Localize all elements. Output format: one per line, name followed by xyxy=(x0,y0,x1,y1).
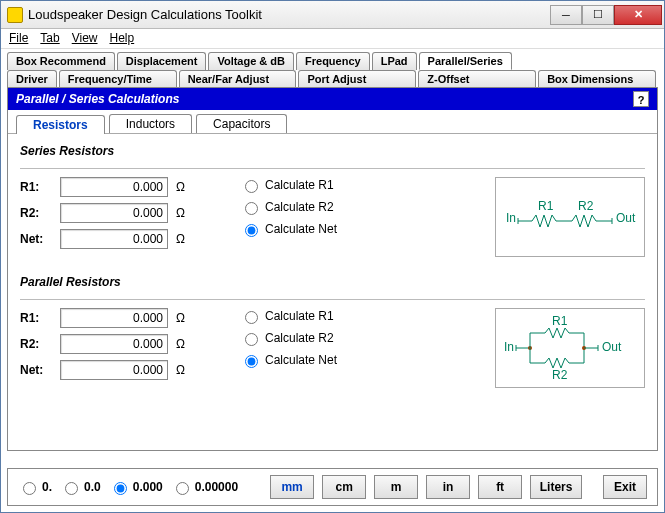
bottom-bar: 0. 0.0 0.000 0.00000 mm cm m in ft Liter… xyxy=(7,468,658,506)
series-calc-r1-label: Calculate R1 xyxy=(265,178,334,192)
precision-3-label: 0.00000 xyxy=(195,480,238,494)
app-window: Loudspeaker Design Calculations Toolkit … xyxy=(0,0,665,513)
unit-cm-button[interactable]: cm xyxy=(322,475,366,499)
series-calc-r2-label: Calculate R2 xyxy=(265,200,334,214)
diag-r2-label: R2 xyxy=(552,368,568,382)
tab-frequency-time[interactable]: Frequency/Time xyxy=(59,70,177,87)
parallel-r2-label: R2: xyxy=(20,337,52,351)
panel-banner: Parallel / Series Calculations ? xyxy=(8,88,657,110)
precision-1[interactable] xyxy=(65,482,78,495)
ohm-unit: Ω xyxy=(176,311,188,325)
series-r2-input[interactable] xyxy=(60,203,168,223)
close-button[interactable]: ✕ xyxy=(614,5,662,25)
maximize-button[interactable]: ☐ xyxy=(582,5,614,25)
ohm-unit: Ω xyxy=(176,232,188,246)
parallel-calc-r2-label: Calculate R2 xyxy=(265,331,334,345)
titlebar: Loudspeaker Design Calculations Toolkit … xyxy=(1,1,664,29)
tab-port-adjust[interactable]: Port Adjust xyxy=(298,70,416,87)
diag-out-label: Out xyxy=(616,211,636,225)
tab-lpad[interactable]: LPad xyxy=(372,52,417,70)
unit-in-button[interactable]: in xyxy=(426,475,470,499)
menubar: File Tab View Help xyxy=(1,29,664,49)
app-icon xyxy=(7,7,23,23)
minimize-button[interactable]: ─ xyxy=(550,5,582,25)
parallel-diagram: In R1 R2 xyxy=(495,308,645,388)
unit-ft-button[interactable]: ft xyxy=(478,475,522,499)
diag-in-label: In xyxy=(504,340,514,354)
ohm-unit: Ω xyxy=(176,363,188,377)
main-panel: Parallel / Series Calculations ? Resisto… xyxy=(7,87,658,451)
parallel-calc-r1-label: Calculate R1 xyxy=(265,309,334,323)
series-calc-r1-radio[interactable] xyxy=(245,180,258,193)
tab-displacement[interactable]: Displacement xyxy=(117,52,207,70)
precision-1-label: 0.0 xyxy=(84,480,101,494)
banner-title: Parallel / Series Calculations xyxy=(16,92,179,106)
divider xyxy=(20,299,645,300)
tab-frequency[interactable]: Frequency xyxy=(296,52,370,70)
tab-box-recommend[interactable]: Box Recommend xyxy=(7,52,115,70)
diag-in-label: In xyxy=(506,211,516,225)
precision-2[interactable] xyxy=(114,482,127,495)
precision-0[interactable] xyxy=(23,482,36,495)
parallel-calc-net-radio[interactable] xyxy=(245,355,258,368)
subtab-row: Resistors Inductors Capacitors xyxy=(8,110,657,134)
parallel-r2-input[interactable] xyxy=(60,334,168,354)
divider xyxy=(20,168,645,169)
parallel-net-label: Net: xyxy=(20,363,52,377)
parallel-net-input[interactable] xyxy=(60,360,168,380)
tab-box-dimensions[interactable]: Box Dimensions xyxy=(538,70,656,87)
ohm-unit: Ω xyxy=(176,180,188,194)
ohm-unit: Ω xyxy=(176,206,188,220)
parallel-title: Parallel Resistors xyxy=(20,275,645,289)
menu-view[interactable]: View xyxy=(72,31,98,46)
parallel-calc-r2-radio[interactable] xyxy=(245,333,258,346)
tab-voltage-db[interactable]: Voltage & dB xyxy=(208,52,294,70)
tab-row-1: Box Recommend Displacement Voltage & dB … xyxy=(7,52,658,70)
series-calc-net-label: Calculate Net xyxy=(265,222,337,236)
series-r2-label: R2: xyxy=(20,206,52,220)
diag-r2-label: R2 xyxy=(578,199,594,213)
precision-2-label: 0.000 xyxy=(133,480,163,494)
menu-help[interactable]: Help xyxy=(110,31,135,46)
series-calc-r2-radio[interactable] xyxy=(245,202,258,215)
precision-3[interactable] xyxy=(176,482,189,495)
precision-0-label: 0. xyxy=(42,480,52,494)
parallel-calc-r1-radio[interactable] xyxy=(245,311,258,324)
parallel-r1-label: R1: xyxy=(20,311,52,325)
series-r1-label: R1: xyxy=(20,180,52,194)
series-net-input[interactable] xyxy=(60,229,168,249)
help-button[interactable]: ? xyxy=(633,91,649,107)
tab-near-far-adjust[interactable]: Near/Far Adjust xyxy=(179,70,297,87)
tab-row-2: Driver Frequency/Time Near/Far Adjust Po… xyxy=(7,70,658,87)
series-r1-input[interactable] xyxy=(60,177,168,197)
unit-m-button[interactable]: m xyxy=(374,475,418,499)
subtab-resistors[interactable]: Resistors xyxy=(16,115,105,134)
series-calc-net-radio[interactable] xyxy=(245,224,258,237)
unit-mm-button[interactable]: mm xyxy=(270,475,314,499)
subtab-capacitors[interactable]: Capacitors xyxy=(196,114,287,133)
diag-r1-label: R1 xyxy=(552,314,568,328)
tab-parallel-series[interactable]: Parallel/Series xyxy=(419,52,512,70)
menu-tab[interactable]: Tab xyxy=(40,31,59,46)
unit-liters-button[interactable]: Liters xyxy=(530,475,582,499)
exit-button[interactable]: Exit xyxy=(603,475,647,499)
parallel-r1-input[interactable] xyxy=(60,308,168,328)
diag-r1-label: R1 xyxy=(538,199,554,213)
series-diagram: In R1 R2 Out xyxy=(495,177,645,257)
subtab-inductors[interactable]: Inductors xyxy=(109,114,192,133)
menu-file[interactable]: File xyxy=(9,31,28,46)
series-title: Series Resistors xyxy=(20,144,645,158)
tab-driver[interactable]: Driver xyxy=(7,70,57,87)
ohm-unit: Ω xyxy=(176,337,188,351)
window-title: Loudspeaker Design Calculations Toolkit xyxy=(28,7,550,22)
diag-out-label: Out xyxy=(602,340,622,354)
parallel-calc-net-label: Calculate Net xyxy=(265,353,337,367)
tab-z-offset[interactable]: Z-Offset xyxy=(418,70,536,87)
series-net-label: Net: xyxy=(20,232,52,246)
